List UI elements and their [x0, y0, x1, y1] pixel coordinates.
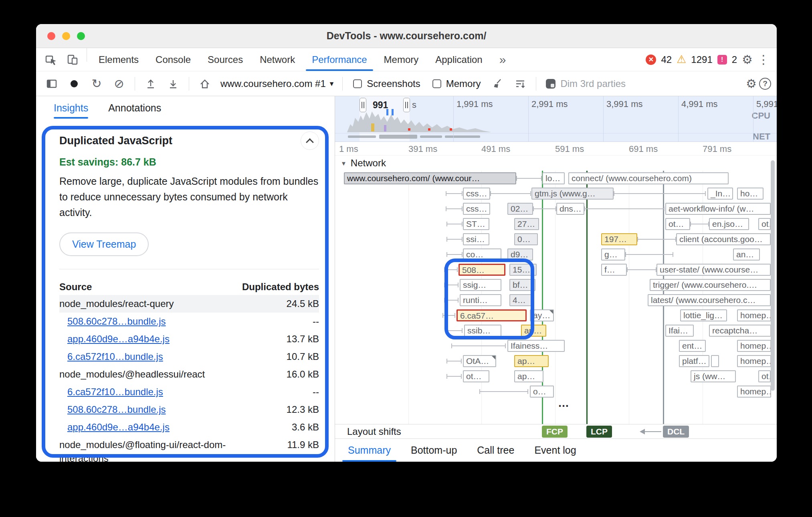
network-request-bar[interactable]: 27…	[514, 218, 539, 230]
network-request-bar[interactable]: 02…	[507, 203, 533, 215]
network-request-bar[interactable]: homep…	[737, 340, 771, 352]
network-request-bar[interactable]: ssig…	[460, 279, 501, 291]
network-request-bar[interactable]: Ifai…	[665, 325, 694, 337]
bundle-link[interactable]: 508.60c278…bundle.js	[59, 403, 166, 416]
collapse-insight-button[interactable]	[301, 131, 319, 150]
network-request-bar[interactable]: ot…	[758, 370, 771, 382]
network-request-bar[interactable]: ot…	[758, 218, 771, 230]
tab-performance[interactable]: Performance	[303, 48, 375, 71]
memory-checkbox[interactable]	[432, 79, 441, 88]
help-icon[interactable]: ?	[759, 78, 771, 90]
network-request-bar[interactable]: css…	[463, 203, 490, 215]
bundle-link[interactable]: app.460d9e…a94b4e.js	[59, 420, 170, 434]
download-profile-icon[interactable]	[163, 78, 183, 90]
network-request-bar[interactable]: Ifainess…	[507, 340, 565, 352]
network-request-bar[interactable]: homep…	[737, 386, 771, 398]
network-request-bar[interactable]: www.coursehero.com/ (www.cour…	[344, 172, 516, 184]
record-button[interactable]	[64, 78, 84, 90]
network-request-bar[interactable]: ap…	[514, 355, 549, 367]
tab-console[interactable]: Console	[147, 48, 199, 71]
network-request-bar[interactable]	[711, 355, 719, 367]
network-request-bar[interactable]: ssib…	[464, 325, 501, 337]
tab-insights[interactable]: Insights	[54, 96, 88, 119]
network-request-bar[interactable]: 6.ca57…	[456, 309, 527, 321]
selection-right-handle[interactable]	[403, 98, 410, 112]
tab-memory[interactable]: Memory	[376, 48, 427, 71]
network-request-bar[interactable]: 4…	[509, 294, 534, 306]
network-request-bar[interactable]: an…	[733, 248, 760, 261]
network-request-bar[interactable]: bf…	[509, 279, 535, 291]
network-request-bar[interactable]: o…	[530, 386, 554, 398]
performance-settings-gear-icon[interactable]: ⚙	[746, 78, 757, 90]
tab-network[interactable]: Network	[251, 48, 303, 71]
clear-recording-icon[interactable]: ⊘	[109, 78, 129, 90]
bundle-link[interactable]: 508.60c278…bundle.js	[59, 315, 166, 328]
tab-bottom-up[interactable]: Bottom-up	[403, 439, 465, 462]
close-window-button[interactable]	[47, 32, 55, 40]
network-request-bar[interactable]: recaptcha…	[709, 325, 771, 337]
network-request-bar[interactable]: d9…	[507, 248, 533, 261]
network-request-bar[interactable]: ent…	[679, 340, 706, 352]
tab-elements[interactable]: Elements	[90, 48, 147, 71]
network-request-bar[interactable]: aet-workflow-info/ (w…	[665, 203, 771, 215]
network-request-bar[interactable]: ST…	[463, 218, 489, 230]
network-request-bar[interactable]: dns…	[556, 203, 584, 215]
memory-toggle[interactable]: Memory	[428, 78, 486, 89]
network-request-bar[interactable]: ssi…	[463, 233, 489, 245]
network-request-bar[interactable]: homep…	[737, 355, 771, 367]
network-request-bar[interactable]: co…	[463, 248, 501, 261]
network-request-bar[interactable]: ay…	[530, 309, 554, 321]
network-request-bar[interactable]: connect/ (www.coursehero.com)	[568, 172, 729, 184]
view-treemap-button[interactable]: View Treemap	[59, 232, 149, 256]
network-request-bar[interactable]: latest/ (www.coursehero.c…	[648, 294, 771, 306]
network-request-bar[interactable]: f…	[601, 264, 627, 276]
network-request-bar[interactable]: lo…	[542, 172, 565, 184]
network-request-bar[interactable]: 0…	[514, 233, 538, 245]
network-request-bar[interactable]: gtm.js (www.g…	[531, 188, 614, 200]
upload-profile-icon[interactable]	[141, 78, 161, 90]
dim-third-parties-toggle[interactable]: Dim 3rd parties	[542, 78, 630, 89]
network-request-bar[interactable]: ho…	[737, 188, 764, 200]
zoom-window-button[interactable]	[77, 32, 85, 40]
more-tabs-button[interactable]: »	[491, 48, 515, 71]
bundle-link[interactable]: app.460d9e…a94b4e.js	[59, 332, 170, 346]
inspect-element-icon[interactable]	[40, 48, 62, 71]
toggle-sidebar-icon[interactable]	[42, 78, 62, 90]
vertical-scrollbar[interactable]	[771, 160, 775, 391]
network-request-bar[interactable]: ap…	[521, 325, 546, 337]
minimize-window-button[interactable]	[62, 32, 70, 40]
network-request-bar[interactable]: js (ww…	[691, 370, 736, 382]
network-request-bar[interactable]: _In…	[707, 188, 733, 200]
tab-annotations[interactable]: Annotations	[108, 96, 161, 119]
network-request-bar[interactable]: user-state/ (www.course…	[656, 264, 771, 276]
network-request-bar[interactable]: css…	[463, 188, 490, 200]
network-request-bar[interactable]: ot…	[665, 218, 690, 230]
tab-summary[interactable]: Summary	[340, 439, 399, 462]
garbage-collect-icon[interactable]	[488, 78, 508, 90]
network-request-bar[interactable]: platf…	[679, 355, 709, 367]
fcp-marker-badge[interactable]: FCP	[542, 426, 568, 438]
console-warnings-icon[interactable]: ⚠	[677, 54, 686, 65]
issues-icon[interactable]: !	[717, 55, 727, 65]
tab-event-log[interactable]: Event log	[526, 439, 584, 462]
bundle-link[interactable]: 6.ca572f10…bundle.js	[59, 385, 163, 399]
network-request-bar[interactable]: client (accounts.goo…	[676, 233, 771, 245]
reload-and-record-icon[interactable]: ↻	[87, 78, 107, 90]
network-track-header[interactable]: ▼ Network	[335, 156, 777, 171]
collapsed-rows-ellipsis[interactable]: …	[558, 397, 570, 410]
screenshots-checkbox[interactable]	[353, 79, 362, 88]
network-request-bar[interactable]: homep…	[737, 309, 771, 321]
device-toolbar-icon[interactable]	[62, 48, 83, 71]
network-request-bar[interactable]: g…	[601, 248, 625, 261]
timeline-overview[interactable]: 991 s CPU NET 1,991 ms2,991 ms3,991 ms4,…	[335, 96, 777, 142]
network-request-bar[interactable]: lottie_lig…	[680, 309, 727, 321]
tab-application[interactable]: Application	[427, 48, 491, 71]
tab-sources[interactable]: Sources	[199, 48, 251, 71]
network-request-bar[interactable]: 508…	[459, 264, 505, 276]
network-request-bar[interactable]: trigger/ (www.coursehero.…	[650, 279, 771, 291]
network-request-bar[interactable]: OtA…	[463, 355, 496, 367]
network-request-bar[interactable]: runti…	[460, 294, 501, 306]
network-request-bar[interactable]: ap…	[514, 370, 543, 382]
settings-gear-icon[interactable]: ⚙	[742, 54, 753, 66]
throttling-icon[interactable]	[510, 78, 530, 90]
